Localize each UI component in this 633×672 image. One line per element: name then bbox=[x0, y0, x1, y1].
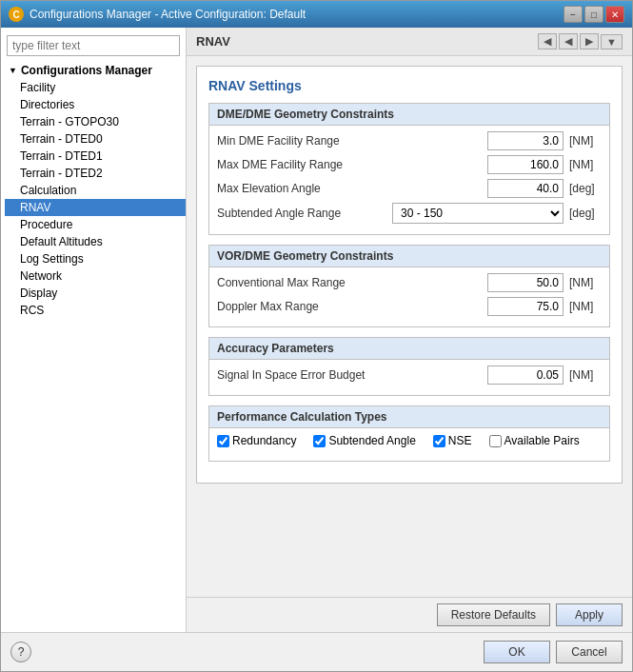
field-unit: [NM] bbox=[569, 158, 602, 171]
checkbox-item-subtended-angle: Subtended Angle bbox=[313, 434, 415, 447]
footer-right: OK Cancel bbox=[484, 641, 623, 663]
main-content: ▼Configurations ManagerFacilityDirectori… bbox=[1, 28, 632, 632]
checkbox-item-available-pairs: Available Pairs bbox=[489, 434, 580, 447]
tree-item-terrain---dted1[interactable]: Terrain - DTED1 bbox=[5, 148, 186, 165]
section-body-perf_calc: RedundancySubtended AngleNSEAvailable Pa… bbox=[209, 428, 609, 461]
field-label: Subtended Angle Range bbox=[217, 207, 386, 220]
close-button[interactable]: ✕ bbox=[605, 6, 624, 23]
checkbox-item-nse: NSE bbox=[433, 434, 472, 447]
settings-card: RNAV Settings DME/DME Geometry Constrain… bbox=[196, 66, 623, 484]
ok-button[interactable]: OK bbox=[484, 641, 550, 663]
footer-bar: ? OK Cancel bbox=[1, 632, 632, 671]
field-value-input[interactable] bbox=[487, 297, 564, 316]
checkbox-nse[interactable] bbox=[433, 435, 445, 447]
help-button[interactable]: ? bbox=[10, 642, 31, 662]
restore-defaults-button[interactable]: Restore Defaults bbox=[437, 603, 550, 626]
minimize-button[interactable]: − bbox=[564, 6, 583, 23]
settings-title: RNAV Settings bbox=[208, 78, 610, 93]
field-label: Max Elevation Angle bbox=[217, 182, 482, 195]
field-value-input[interactable] bbox=[487, 273, 564, 292]
field-value-input[interactable] bbox=[487, 155, 564, 174]
main-window: C Configurations Manager - Active Config… bbox=[0, 0, 633, 672]
field-row: Conventional Max Range[NM] bbox=[217, 273, 602, 292]
window-title: Configurations Manager - Active Configur… bbox=[30, 8, 306, 21]
field-unit: [NM] bbox=[569, 276, 602, 289]
tree-item-terrain---dted2[interactable]: Terrain - DTED2 bbox=[5, 165, 186, 182]
field-label: Signal In Space Error Budget bbox=[217, 368, 482, 382]
field-row: Signal In Space Error Budget[NM] bbox=[217, 366, 602, 385]
checkbox-label: Available Pairs bbox=[504, 434, 580, 447]
title-bar-controls: − □ ✕ bbox=[564, 6, 624, 23]
panel-nav: ◀ ◀ ▶ ▼ bbox=[538, 33, 623, 49]
tree-item-facility[interactable]: Facility bbox=[5, 79, 186, 96]
section-accuracy: Accuracy ParametersSignal In Space Error… bbox=[208, 337, 610, 396]
tree-item-rnav[interactable]: RNAV bbox=[5, 199, 186, 216]
title-bar-left: C Configurations Manager - Active Config… bbox=[9, 7, 306, 22]
tree-item-calculation[interactable]: Calculation bbox=[5, 182, 186, 199]
checkbox-available-pairs[interactable] bbox=[489, 435, 502, 447]
checkbox-label: Subtended Angle bbox=[328, 434, 415, 447]
field-value-input[interactable] bbox=[487, 131, 564, 150]
bottom-bar: Restore Defaults Apply bbox=[187, 597, 632, 632]
field-value-select[interactable]: 30 - 1500 - 18045 - 135 bbox=[392, 203, 564, 224]
section-header-perf_calc: Performance Calculation Types bbox=[209, 406, 609, 428]
field-unit: [deg] bbox=[569, 182, 602, 195]
field-row: Subtended Angle Range30 - 1500 - 18045 -… bbox=[217, 203, 602, 224]
section-header-accuracy: Accuracy Parameters bbox=[209, 338, 609, 360]
tree-item-procedure[interactable]: Procedure bbox=[5, 216, 186, 233]
tree-item-log-settings[interactable]: Log Settings bbox=[5, 250, 186, 267]
section-body-dme_dme: Min DME Facility Range[NM]Max DME Facili… bbox=[209, 126, 609, 234]
field-unit: [NM] bbox=[569, 368, 602, 382]
checkbox-redundancy[interactable] bbox=[217, 435, 229, 447]
section-dme_dme: DME/DME Geometry ConstraintsMin DME Faci… bbox=[208, 103, 610, 235]
checkbox-subtended-angle[interactable] bbox=[313, 435, 326, 447]
tree-item-terrain---dted0[interactable]: Terrain - DTED0 bbox=[5, 130, 186, 148]
field-label: Conventional Max Range bbox=[217, 276, 482, 289]
cancel-button[interactable]: Cancel bbox=[556, 641, 623, 663]
tree-item-configurations-manager[interactable]: ▼Configurations Manager bbox=[5, 62, 186, 79]
field-row: Min DME Facility Range[NM] bbox=[217, 131, 602, 150]
field-label: Min DME Facility Range bbox=[217, 134, 482, 148]
tree-item-directories[interactable]: Directories bbox=[5, 96, 186, 113]
tree-item-network[interactable]: Network bbox=[5, 267, 186, 285]
field-row: Max Elevation Angle[deg] bbox=[217, 179, 602, 198]
tree-item-terrain---gtopo30[interactable]: Terrain - GTOPO30 bbox=[5, 113, 186, 130]
panel-title: RNAV bbox=[196, 34, 230, 49]
title-bar: C Configurations Manager - Active Config… bbox=[1, 1, 632, 28]
apply-button[interactable]: Apply bbox=[556, 603, 623, 626]
section-header-vor_dme: VOR/DME Geometry Constraints bbox=[209, 246, 609, 267]
field-row: Doppler Max Range[NM] bbox=[217, 297, 602, 316]
section-perf_calc: Performance Calculation TypesRedundancyS… bbox=[208, 405, 610, 462]
section-header-dme_dme: DME/DME Geometry Constraints bbox=[209, 104, 609, 126]
field-unit: [NM] bbox=[569, 134, 602, 148]
tree-item-rcs[interactable]: RCS bbox=[5, 302, 186, 319]
field-value-input[interactable] bbox=[487, 179, 564, 198]
panel-header: RNAV ◀ ◀ ▶ ▼ bbox=[187, 28, 632, 56]
checkbox-label: NSE bbox=[448, 434, 472, 447]
maximize-button[interactable]: □ bbox=[584, 6, 603, 23]
checkbox-item-redundancy: Redundancy bbox=[217, 434, 296, 447]
nav-back-button[interactable]: ◀ bbox=[538, 33, 557, 49]
checkbox-label: Redundancy bbox=[232, 434, 296, 447]
right-panel: RNAV ◀ ◀ ▶ ▼ RNAV Settings DME/DME Geome… bbox=[187, 28, 632, 632]
section-body-accuracy: Signal In Space Error Budget[NM] bbox=[209, 360, 609, 395]
filter-box bbox=[7, 35, 180, 56]
field-unit: [deg] bbox=[569, 207, 602, 220]
sidebar: ▼Configurations ManagerFacilityDirectori… bbox=[1, 28, 187, 632]
nav-dropdown-button[interactable]: ▼ bbox=[601, 34, 623, 49]
expand-icon: ▼ bbox=[9, 66, 17, 75]
tree-item-display[interactable]: Display bbox=[5, 285, 186, 302]
field-label: Max DME Facility Range bbox=[217, 158, 482, 171]
section-vor_dme: VOR/DME Geometry ConstraintsConventional… bbox=[208, 245, 610, 327]
tree-item-default-altitudes[interactable]: Default Altitudes bbox=[5, 233, 186, 250]
filter-input[interactable] bbox=[7, 35, 180, 56]
section-body-vor_dme: Conventional Max Range[NM]Doppler Max Ra… bbox=[209, 267, 609, 326]
nav-forward-button[interactable]: ▶ bbox=[580, 33, 599, 49]
tree-area: ▼Configurations ManagerFacilityDirectori… bbox=[1, 62, 186, 632]
field-value-input[interactable] bbox=[487, 366, 564, 385]
checkbox-row: RedundancySubtended AngleNSEAvailable Pa… bbox=[217, 434, 602, 447]
app-icon: C bbox=[9, 7, 24, 22]
nav-back2-button[interactable]: ◀ bbox=[559, 33, 578, 49]
panel-body: RNAV Settings DME/DME Geometry Constrain… bbox=[187, 56, 632, 597]
field-unit: [NM] bbox=[569, 300, 602, 313]
